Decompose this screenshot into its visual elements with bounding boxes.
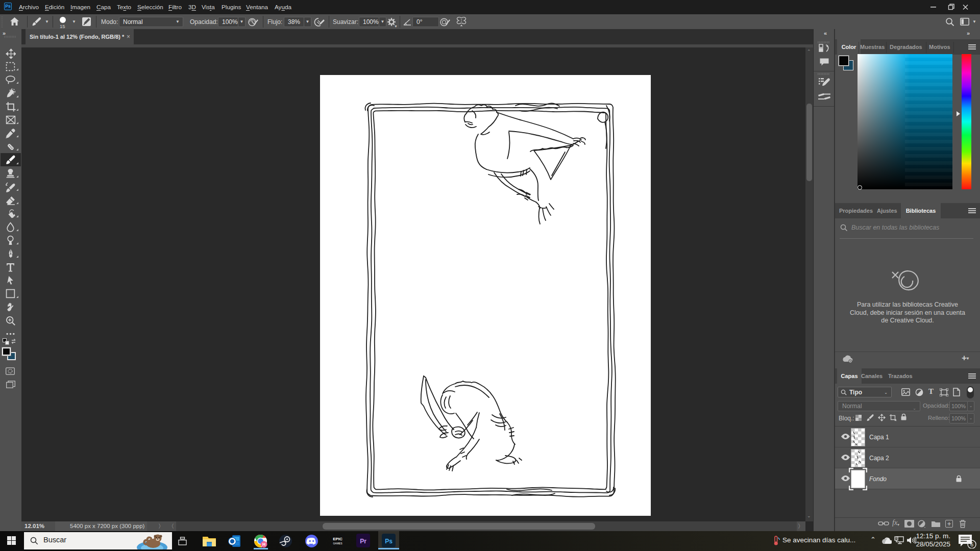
svg-text:Ps: Ps bbox=[385, 538, 393, 545]
svg-text:Pr: Pr bbox=[360, 538, 366, 545]
svg-text:EPIC: EPIC bbox=[333, 537, 342, 541]
svg-text:H: H bbox=[262, 542, 265, 547]
svg-text:GAMES: GAMES bbox=[333, 542, 342, 545]
svg-text:6: 6 bbox=[970, 541, 973, 547]
